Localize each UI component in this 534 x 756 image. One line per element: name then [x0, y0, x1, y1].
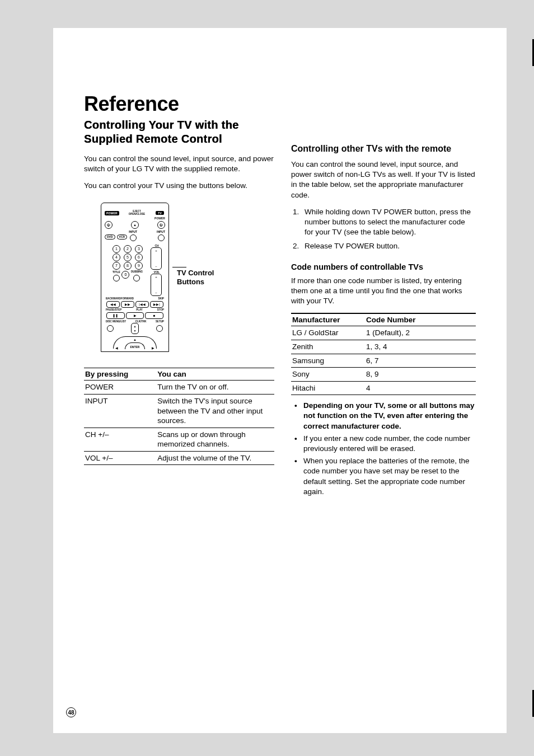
table-cell: Adjust the volume of the TV.	[156, 451, 274, 465]
subtitle-line: Supplied Remote Control	[84, 133, 222, 145]
callout-line-icon	[172, 267, 186, 267]
list-item: When you replace the batteries of the re…	[291, 456, 476, 497]
table-cell: Turn the TV on or off.	[156, 381, 274, 395]
remote-pause-label: PAUSE/STEP	[106, 309, 121, 312]
body-text: If more than one code number is listed, …	[291, 276, 476, 307]
nav-pad-icon: ▲ ◀ ▶ ENTER	[113, 336, 157, 349]
remote-input-label: INPUT	[129, 231, 137, 233]
table-row: INPUTSwitch the TV's input source betwee…	[84, 395, 274, 428]
num-button: 8	[124, 262, 132, 270]
tv-power-icon: ⏻	[157, 221, 165, 229]
vol-rocker-icon: +−	[151, 274, 162, 296]
table-header: Manufacturer	[291, 313, 365, 326]
remote-ch-label: CH	[151, 245, 163, 247]
body-text: You can control the sound level, input s…	[291, 159, 476, 200]
table-header: Code Number	[365, 313, 476, 326]
remote-enter-label: ENTER	[125, 342, 145, 349]
remote-tv-pill: TV	[156, 211, 163, 215]
steps-list: While holding down TV POWER button, pres…	[291, 207, 476, 251]
remote-play-label: PLAY	[136, 309, 143, 312]
page-title: Reference	[84, 92, 476, 116]
num-button: 3	[135, 245, 143, 253]
remote-figure: POWER EJECT OPEN/CLOSE TV POWER	[101, 203, 274, 353]
table-cell: LG / GoldStar	[291, 326, 365, 340]
table-row: POWERTurn the TV on or off.	[84, 381, 274, 395]
setup-button-icon	[156, 325, 163, 332]
remote-vcr-button: VCR	[117, 234, 128, 240]
num-button: 0	[121, 271, 129, 279]
table-cell: VOL +/–	[84, 451, 156, 465]
right-column: Controlling other TVs with the remote Yo…	[291, 118, 476, 499]
remote-input2-label: INPUT	[157, 231, 165, 233]
left-column: Controlling Your TV with the Supplied Re…	[84, 118, 274, 499]
table-row: LG / GoldStar1 (Default), 2	[291, 326, 476, 340]
remote-vol-label: VOL	[151, 271, 163, 274]
section-subtitle: Controlling Your TV with the Supplied Re…	[84, 118, 274, 146]
remote-diagram: POWER EJECT OPEN/CLOSE TV POWER	[101, 203, 169, 353]
remote-dubbing-label: DUBBING	[131, 271, 143, 274]
arrow-right-icon: ▶	[152, 346, 154, 350]
list-item: If you enter a new code number, the code…	[291, 434, 476, 454]
title-button-icon	[113, 275, 120, 281]
remote-skip-label: SKIP	[158, 298, 164, 300]
arrow-up-icon: ▲	[133, 338, 137, 341]
num-button: 2	[124, 245, 132, 253]
manual-page: Reference Controlling Your TV with the S…	[53, 28, 507, 733]
page-number: 48	[66, 707, 76, 717]
table-row: Hitachi4	[291, 381, 476, 395]
input2-button-icon	[158, 234, 165, 241]
remote-backward-label: BACKWARD	[106, 298, 121, 300]
figure-caption: TV Control Buttons	[177, 269, 214, 286]
table-cell: 1, 3, 4	[365, 340, 476, 354]
table-cell: 6, 7	[365, 354, 476, 368]
table-cell: Sony	[291, 368, 365, 382]
clktrk-rocker-icon: ▲▼	[131, 323, 139, 334]
table-row: Samsung6, 7	[291, 354, 476, 368]
pause-icon: ❚❚	[106, 312, 125, 319]
remote-discmenu-label: DISC MENU/LIST	[106, 321, 126, 323]
remote-power-label: POWER	[105, 211, 119, 215]
remote-forward-label: FORWARD	[121, 298, 134, 300]
caption-line: TV Control	[177, 269, 214, 277]
codes-table: Manufacturer Code Number LG / GoldStar1 …	[291, 313, 476, 395]
power-icon: ⏻	[105, 221, 113, 229]
table-header: You can	[156, 368, 274, 381]
table-row: CH +/–Scans up or down through memorized…	[84, 428, 274, 451]
fastforward-icon: ▶▶	[121, 301, 134, 308]
list-item: While holding down TV POWER button, pres…	[301, 207, 476, 238]
controls-table: By pressing You can POWERTurn the TV on …	[84, 368, 274, 465]
section-heading: Controlling other TVs with the remote	[291, 144, 476, 154]
remote-setup-label: SETUP	[156, 321, 164, 323]
num-button: 7	[113, 262, 120, 270]
subtitle-line: Controlling Your TV with the	[84, 119, 239, 131]
remote-stop-label: STOP	[157, 309, 164, 312]
play-icon: ▶	[126, 312, 144, 319]
num-button: 6	[135, 253, 143, 261]
skip-next-icon: ▶▶|	[150, 301, 163, 308]
num-button: 9	[135, 262, 143, 270]
table-row: VOL +/–Adjust the volume of the TV.	[84, 451, 274, 465]
body-text: You can control the sound level, input s…	[84, 154, 274, 174]
remote-openclose-label: OPEN/CLOSE	[129, 213, 146, 216]
eject-icon: ▲	[131, 221, 139, 229]
notes-list: Depending on your TV, some or all button…	[291, 401, 476, 497]
table-cell: Samsung	[291, 354, 365, 368]
skip-prev-icon: |◀◀	[135, 301, 149, 308]
discmenu-button-icon	[107, 325, 114, 332]
list-item: Release TV POWER button.	[301, 241, 476, 251]
table-cell: CH +/–	[84, 428, 156, 451]
list-item: Depending on your TV, some or all button…	[291, 401, 476, 431]
num-button: 5	[124, 253, 132, 261]
table-cell: 4	[365, 381, 476, 395]
table-cell: 1 (Default), 2	[365, 326, 476, 340]
table-header: By pressing	[84, 368, 156, 381]
table-cell: Switch the TV's input source between the…	[156, 395, 274, 428]
table-row: Sony8, 9	[291, 368, 476, 382]
ch-rocker-icon: +−	[151, 247, 162, 270]
body-text: You can control your TV using the button…	[84, 181, 274, 191]
table-cell: Zenith	[291, 340, 365, 354]
table-cell: POWER	[84, 381, 156, 395]
rewind-icon: ◀◀	[106, 301, 120, 308]
table-cell: INPUT	[84, 395, 156, 428]
stop-icon: ■	[145, 312, 163, 319]
